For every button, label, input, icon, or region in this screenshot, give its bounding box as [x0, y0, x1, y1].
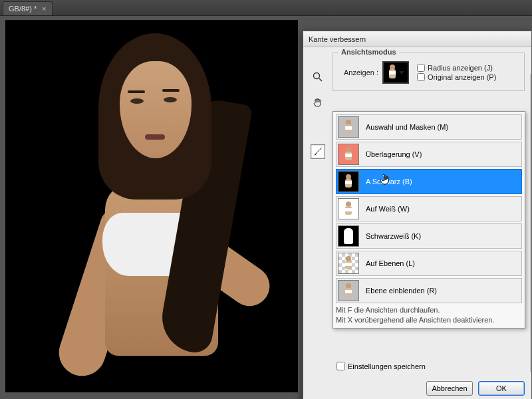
- radius-checkbox-label: Radius anzeigen (J): [428, 64, 493, 72]
- view-option-b[interactable]: A Schwarz (B): [336, 169, 522, 194]
- view-option-k[interactable]: Schwarzweiß (K): [336, 223, 522, 249]
- ok-button-label: OK: [496, 384, 507, 392]
- hand-tool-icon[interactable]: [311, 95, 325, 110]
- view-option-label: Auswahl und Masken (M): [366, 123, 448, 131]
- view-option-w[interactable]: Auf Weiß (W): [336, 196, 522, 221]
- view-option-thumb: [338, 280, 359, 301]
- view-thumb-icon: [388, 65, 397, 80]
- image-canvas[interactable]: [5, 20, 298, 392]
- cancel-button-label: Abbrechen: [432, 384, 467, 392]
- svg-point-0: [314, 73, 320, 79]
- radius-checkbox[interactable]: Radius anzeigen (J): [417, 64, 496, 72]
- view-option-label: Auf Ebenen (L): [366, 259, 415, 267]
- view-option-v[interactable]: Überlagerung (V): [336, 142, 522, 167]
- view-dropdown-hints: Mit F die Ansichten durchlaufen.Mit X vo…: [336, 305, 522, 325]
- view-option-thumb: [338, 253, 359, 274]
- workspace: Kante verbessern Ansichtsmodus A: [0, 16, 532, 399]
- chevron-down-icon: [399, 71, 404, 74]
- view-option-label: A Schwarz (B): [366, 178, 412, 186]
- view-mode-dropdown-list: Auswahl und Masken (M)Überlagerung (V)A …: [332, 111, 525, 329]
- dialog-title: Kante verbessern: [309, 35, 366, 43]
- original-checkbox-label: Original anzeigen (P): [428, 73, 496, 81]
- save-settings-label: Einstellungen speichern: [348, 362, 426, 370]
- view-option-thumb: [338, 171, 359, 192]
- view-option-label: Auf Weiß (W): [366, 205, 410, 213]
- original-checkbox[interactable]: Original anzeigen (P): [417, 73, 496, 81]
- cancel-button[interactable]: Abbrechen: [426, 381, 473, 396]
- ok-button[interactable]: OK: [478, 381, 525, 396]
- close-icon[interactable]: ×: [42, 5, 46, 13]
- view-option-m[interactable]: Auswahl und Masken (M): [336, 114, 522, 140]
- view-option-thumb: [338, 225, 359, 247]
- view-mode-group: Ansichtsmodus Anzeigen : Radius anzeigen…: [332, 53, 525, 91]
- document-tab-bar: GB/8#) * ×: [0, 0, 532, 16]
- dialog-title-bar[interactable]: Kante verbessern: [303, 31, 531, 47]
- zoom-tool-icon[interactable]: [311, 70, 325, 84]
- save-settings-checkbox[interactable]: [336, 362, 345, 370]
- original-checkbox-input[interactable]: [417, 73, 425, 81]
- view-mode-legend: Ansichtsmodus: [338, 48, 399, 56]
- document-tab[interactable]: GB/8#) * ×: [3, 1, 53, 15]
- dialog-divider: [530, 74, 531, 372]
- view-option-label: Überlagerung (V): [366, 150, 422, 158]
- view-option-thumb: [338, 198, 359, 219]
- view-option-label: Schwarzweiß (K): [366, 232, 421, 240]
- svg-line-1: [319, 78, 322, 81]
- view-option-l[interactable]: Auf Ebenen (L): [336, 251, 522, 276]
- document-tab-title: GB/8#) *: [9, 5, 37, 13]
- show-label: Anzeigen :: [338, 68, 378, 76]
- radius-checkbox-input[interactable]: [417, 64, 425, 72]
- view-option-thumb: [338, 144, 359, 165]
- view-option-label: Ebene einblenden (R): [366, 287, 437, 295]
- refine-brush-tool-icon[interactable]: [311, 144, 325, 159]
- refine-edge-dialog: Kante verbessern Ansichtsmodus A: [303, 31, 532, 399]
- view-option-r[interactable]: Ebene einblenden (R): [336, 278, 522, 303]
- view-mode-dropdown-button[interactable]: [382, 61, 409, 84]
- view-option-thumb: [338, 116, 359, 138]
- photo-subject: [78, 33, 265, 392]
